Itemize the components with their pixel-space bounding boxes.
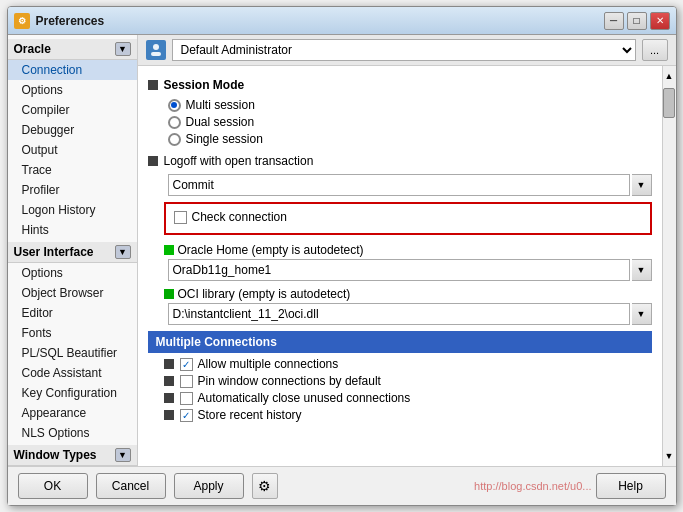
radio-dual-session-label: Dual session [186,115,255,129]
session-mode-title: Session Mode [164,78,245,92]
window-controls: ─ □ ✕ [604,12,670,30]
sidebar-item-plsql-beautifier[interactable]: PL/SQL Beautifier [8,343,137,363]
oci-indicator [164,289,174,299]
oracle-home-dropdown-arrow[interactable]: ▼ [632,259,652,281]
profile-select[interactable]: Default Administrator [172,39,636,61]
oci-label: OCI library (empty is autodetect) [178,287,351,301]
oracle-home-header: Oracle Home (empty is autodetect) [164,243,652,257]
radio-single-session-input[interactable] [168,133,181,146]
sidebar-item-options[interactable]: Options [8,80,137,100]
main-panel: Default Administrator ... Session Mode M [138,35,676,466]
profile-icon [146,40,166,60]
sidebar-group-window-types-toggle[interactable]: ▼ [115,448,131,462]
settings-icon-button[interactable]: ⚙ [252,473,278,499]
session-mode-header: Session Mode [148,78,652,92]
sidebar-item-connection[interactable]: Connection [8,60,137,80]
apply-button[interactable]: Apply [174,473,244,499]
sidebar-item-trace[interactable]: Trace [8,160,137,180]
settings-scrollbar[interactable]: ▲ ▼ [662,66,676,466]
sidebar-item-hints[interactable]: Hints [8,220,137,240]
sidebar-group-oracle-toggle[interactable]: ▼ [115,42,131,56]
sidebar-group-window-types-label: Window Types [14,448,97,462]
radio-single-session[interactable]: Single session [168,132,652,146]
sidebar-item-output[interactable]: Output [8,140,137,160]
allow-mc-label: Allow multiple connections [198,357,339,371]
radio-multi-session-input[interactable] [168,99,181,112]
scroll-up-button[interactable]: ▲ [663,66,676,86]
multiple-connections-title: Multiple Connections [156,335,277,349]
store-history-checkbox[interactable]: ✓ [180,409,193,422]
session-mode-indicator [148,80,158,90]
check-connection-label: Check connection [192,210,287,224]
ok-button[interactable]: OK [18,473,88,499]
sidebar-group-oracle-label: Oracle [14,42,51,56]
oci-header: OCI library (empty is autodetect) [164,287,652,301]
profile-more-button[interactable]: ... [642,39,668,61]
pin-window-checkbox[interactable] [180,375,193,388]
maximize-button[interactable]: □ [627,12,647,30]
oracle-home-indicator [164,245,174,255]
sidebar-item-nls-options[interactable]: NLS Options [8,423,137,443]
cancel-button[interactable]: Cancel [96,473,166,499]
sidebar-group-ui: User Interface ▼ [8,242,137,263]
logoff-dropdown-arrow[interactable]: ▼ [632,174,652,196]
sidebar-item-ui-options[interactable]: Options [8,263,137,283]
svg-rect-1 [151,52,161,56]
oci-dropdown-arrow[interactable]: ▼ [632,303,652,325]
sidebar-item-appearance[interactable]: Appearance [8,403,137,423]
radio-dual-session[interactable]: Dual session [168,115,652,129]
preferences-window: ⚙ Preferences ─ □ ✕ Oracle ▼ Connection … [7,6,677,506]
connection-box: Check connection [164,202,652,235]
sidebar-item-fonts[interactable]: Fonts [8,323,137,343]
auto-close-label: Automatically close unused connections [198,391,411,405]
allow-mc-checkbox[interactable]: ✓ [180,358,193,371]
logoff-label: Logoff with open transaction [164,154,314,168]
title-bar: ⚙ Preferences ─ □ ✕ [8,7,676,35]
scroll-thumb[interactable] [663,88,675,118]
scroll-down-button[interactable]: ▼ [663,446,676,466]
window-icon: ⚙ [14,13,30,29]
pin-window-row: Pin window connections by default [164,374,652,388]
help-button[interactable]: Help [596,473,666,499]
sidebar-group-ui-toggle[interactable]: ▼ [115,245,131,259]
settings-toolbar: Default Administrator ... [138,35,676,66]
scroll-track [663,120,676,446]
multiple-connections-header: Multiple Connections [148,331,652,353]
sidebar-item-code-assistant[interactable]: Code Assistant [8,363,137,383]
radio-dual-session-input[interactable] [168,116,181,129]
radio-single-session-label: Single session [186,132,263,146]
session-mode-options: Multi session Dual session Single sessio… [168,98,652,146]
oci-dropdown-row: D:\instantclient_11_2\oci.dll ▼ [168,303,652,325]
settings-area: Session Mode Multi session Dual session [138,66,662,466]
sidebar-item-key-config[interactable]: Key Configuration [8,383,137,403]
sidebar-item-object-browser[interactable]: Object Browser [8,283,137,303]
radio-multi-session[interactable]: Multi session [168,98,652,112]
close-button[interactable]: ✕ [650,12,670,30]
radio-multi-session-label: Multi session [186,98,255,112]
sidebar-group-oracle: Oracle ▼ [8,39,137,60]
auto-close-checkbox[interactable] [180,392,193,405]
auto-close-indicator [164,393,174,403]
check-connection-row: Check connection [174,210,642,224]
store-history-label: Store recent history [198,408,302,422]
sidebar-item-compiler[interactable]: Compiler [8,100,137,120]
oracle-home-input[interactable]: OraDb11g_home1 [168,259,630,281]
logoff-indicator [148,156,158,166]
allow-mc-row: ✓ Allow multiple connections [164,357,652,371]
check-connection-checkbox[interactable] [174,211,187,224]
bottom-bar: OK Cancel Apply ⚙ http://blog.csdn.net/u… [8,466,676,505]
logoff-select[interactable]: Commit [168,174,630,196]
sidebar-group-ui-label: User Interface [14,245,94,259]
sidebar-item-logon-history[interactable]: Logon History [8,200,137,220]
oracle-home-dropdown-row: OraDb11g_home1 ▼ [168,259,652,281]
oracle-home-label: Oracle Home (empty is autodetect) [178,243,364,257]
oci-input[interactable]: D:\instantclient_11_2\oci.dll [168,303,630,325]
pin-window-label: Pin window connections by default [198,374,381,388]
auto-close-row: Automatically close unused connections [164,391,652,405]
multiple-connections-options: ✓ Allow multiple connections Pin window … [148,357,652,422]
sidebar-item-debugger[interactable]: Debugger [8,120,137,140]
logoff-header: Logoff with open transaction [148,154,652,168]
sidebar-item-profiler[interactable]: Profiler [8,180,137,200]
sidebar-item-editor[interactable]: Editor [8,303,137,323]
minimize-button[interactable]: ─ [604,12,624,30]
